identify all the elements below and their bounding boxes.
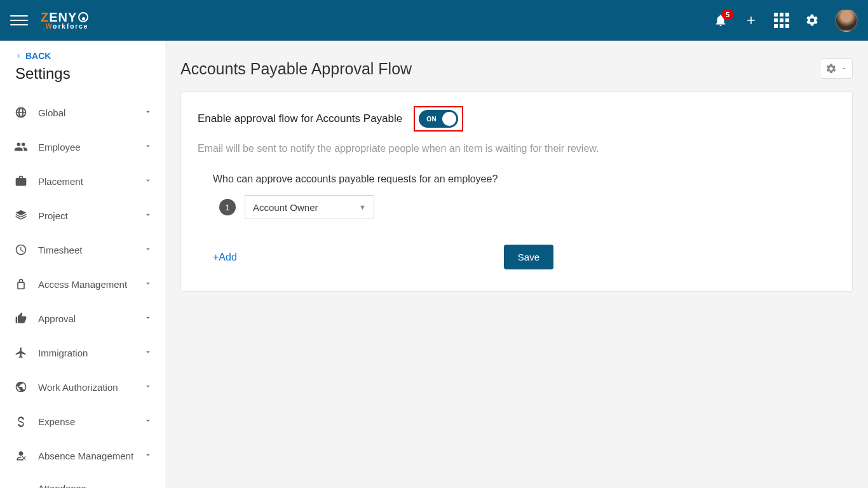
sidebar-item-project[interactable]: Project	[0, 198, 165, 233]
avatar[interactable]	[835, 9, 858, 32]
people-icon	[13, 140, 29, 154]
sidebar-item-label: Approval	[38, 313, 76, 324]
toggle-knob	[442, 112, 456, 126]
chevron-down-icon	[144, 142, 153, 152]
chevron-left-icon	[15, 53, 22, 59]
page-settings-menu[interactable]	[820, 58, 853, 79]
sidebar-item-label: Attendance Management	[38, 483, 144, 488]
sidebar: BACK Settings Global Employee Placement …	[0, 41, 165, 488]
clock-icon	[13, 243, 29, 257]
sidebar-item-absence-management[interactable]: Absence Management	[0, 438, 165, 473]
settings-button[interactable]	[804, 13, 820, 28]
approver-select[interactable]: Account Owner ▼	[245, 195, 374, 219]
sidebar-title: Settings	[0, 65, 165, 95]
chevron-down-icon	[144, 382, 153, 393]
sidebar-item-label: Placement	[38, 176, 83, 187]
chevron-down-icon	[144, 451, 153, 461]
approver-selected-value: Account Owner	[253, 202, 318, 213]
sidebar-item-expense[interactable]: Expense	[0, 404, 165, 438]
dollar-icon	[13, 414, 29, 428]
chevron-down-icon	[144, 348, 153, 358]
sidebar-item-label: Immigration	[38, 348, 88, 358]
sidebar-item-placement[interactable]: Placement	[0, 164, 165, 198]
plus-icon	[745, 14, 757, 27]
approver-question: Who can approve accounts payable request…	[213, 173, 836, 185]
save-button[interactable]: Save	[504, 245, 553, 269]
globe-icon	[13, 105, 29, 119]
gear-icon	[805, 13, 819, 27]
caret-down-icon	[841, 65, 847, 72]
chevron-down-icon	[144, 210, 153, 221]
notification-badge: 5	[722, 9, 733, 20]
enable-toggle[interactable]: ON	[419, 110, 458, 128]
lock-icon	[13, 277, 29, 291]
toggle-highlight: ON	[414, 106, 463, 132]
gear-icon	[825, 63, 837, 74]
sidebar-item-label: Global	[38, 107, 65, 118]
chevron-down-icon	[144, 245, 153, 255]
sidebar-item-approval[interactable]: Approval	[0, 301, 165, 336]
toggle-state-label: ON	[426, 116, 437, 123]
sidebar-item-work-authorization[interactable]: Work Authorization	[0, 370, 165, 404]
plane-icon	[13, 346, 29, 360]
back-link[interactable]: BACK	[0, 51, 165, 65]
briefcase-icon	[13, 174, 29, 188]
sidebar-item-attendance-management[interactable]: Attendance Management	[0, 473, 165, 488]
person-off-icon	[13, 449, 29, 463]
apps-icon	[774, 13, 789, 28]
logo: ZENY Workforce	[41, 11, 88, 30]
sidebar-item-global[interactable]: Global	[0, 95, 165, 130]
notifications-button[interactable]: 5	[713, 13, 728, 28]
sidebar-item-label: Access Management	[38, 279, 127, 290]
chevron-down-icon	[144, 313, 153, 324]
step-number-badge: 1	[219, 199, 236, 215]
sidebar-item-label: Work Authorization	[38, 382, 118, 393]
page-title: Accounts Payable Approval Flow	[180, 60, 412, 78]
sidebar-item-access-management[interactable]: Access Management	[0, 267, 165, 301]
sidebar-item-label: Expense	[38, 416, 75, 427]
apps-button[interactable]	[774, 13, 789, 28]
main-content: Accounts Payable Approval Flow Enable ap…	[165, 41, 868, 488]
sidebar-item-immigration[interactable]: Immigration	[0, 336, 165, 370]
sidebar-item-label: Timesheet	[38, 245, 82, 255]
thumb-up-icon	[13, 311, 29, 325]
sidebar-item-label: Absence Management	[38, 451, 133, 461]
chevron-down-icon	[144, 279, 153, 290]
sidebar-item-timesheet[interactable]: Timesheet	[0, 233, 165, 267]
chevron-down-icon	[144, 107, 153, 118]
menu-button[interactable]	[10, 11, 28, 29]
help-text: Email will be sent to notify the appropr…	[198, 143, 836, 154]
sidebar-item-label: Project	[38, 210, 68, 221]
sidebar-item-label: Employee	[38, 142, 81, 152]
caret-down-icon: ▼	[359, 203, 366, 211]
topbar: ZENY Workforce 5	[0, 0, 868, 41]
enable-label: Enable approval flow for Accounts Payabl…	[198, 112, 402, 125]
add-approver-link[interactable]: +Add	[213, 252, 237, 263]
world-icon	[13, 380, 29, 394]
add-button[interactable]	[743, 13, 759, 28]
layers-icon	[13, 208, 29, 222]
back-label: BACK	[25, 51, 51, 61]
chevron-down-icon	[144, 416, 153, 427]
chevron-down-icon	[144, 176, 153, 187]
sidebar-item-employee[interactable]: Employee	[0, 130, 165, 164]
topbar-actions: 5	[713, 9, 858, 32]
approval-flow-card: Enable approval flow for Accounts Payabl…	[180, 92, 853, 292]
